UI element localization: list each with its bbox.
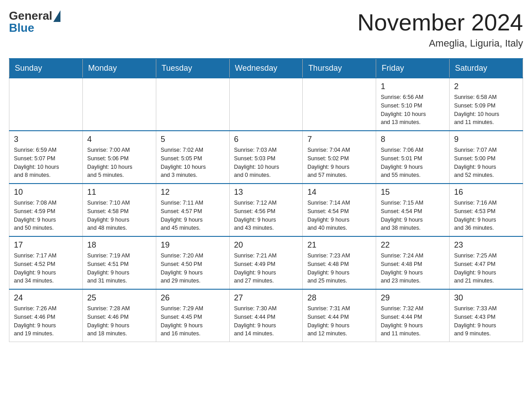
calendar-cell <box>156 78 229 131</box>
day-info: Sunrise: 7:19 AM Sunset: 4:51 PM Dayligh… <box>87 252 151 285</box>
day-number: 22 <box>381 240 445 250</box>
weekday-header-row: SundayMondayTuesdayWednesdayThursdayFrid… <box>9 59 523 78</box>
calendar-cell: 12Sunrise: 7:11 AM Sunset: 4:57 PM Dayli… <box>156 184 229 236</box>
day-number: 10 <box>14 188 78 197</box>
calendar-subtitle: Ameglia, Liguria, Italy <box>357 38 523 49</box>
calendar-cell: 23Sunrise: 7:25 AM Sunset: 4:47 PM Dayli… <box>450 236 523 289</box>
day-info: Sunrise: 7:32 AM Sunset: 4:44 PM Dayligh… <box>381 304 445 338</box>
calendar-week-5: 24Sunrise: 7:26 AM Sunset: 4:46 PM Dayli… <box>9 289 523 342</box>
calendar-week-4: 17Sunrise: 7:17 AM Sunset: 4:52 PM Dayli… <box>9 236 523 289</box>
day-info: Sunrise: 6:56 AM Sunset: 5:10 PM Dayligh… <box>381 93 445 127</box>
calendar-cell: 27Sunrise: 7:30 AM Sunset: 4:44 PM Dayli… <box>229 289 303 342</box>
day-number: 18 <box>87 240 151 250</box>
day-number: 1 <box>381 82 445 91</box>
day-number: 17 <box>14 240 78 250</box>
weekday-header-saturday: Saturday <box>450 59 523 78</box>
day-info: Sunrise: 6:58 AM Sunset: 5:09 PM Dayligh… <box>454 93 518 127</box>
day-info: Sunrise: 7:07 AM Sunset: 5:00 PM Dayligh… <box>454 146 518 180</box>
calendar-cell: 19Sunrise: 7:20 AM Sunset: 4:50 PM Dayli… <box>156 236 229 289</box>
weekday-header-friday: Friday <box>376 59 450 78</box>
calendar-cell: 17Sunrise: 7:17 AM Sunset: 4:52 PM Dayli… <box>9 236 83 289</box>
day-info: Sunrise: 7:15 AM Sunset: 4:54 PM Dayligh… <box>381 199 445 232</box>
calendar-cell: 5Sunrise: 7:02 AM Sunset: 5:05 PM Daylig… <box>156 131 229 184</box>
day-info: Sunrise: 6:59 AM Sunset: 5:07 PM Dayligh… <box>14 146 78 180</box>
day-number: 11 <box>87 188 151 197</box>
calendar-cell: 18Sunrise: 7:19 AM Sunset: 4:51 PM Dayli… <box>82 236 156 289</box>
calendar-cell: 2Sunrise: 6:58 AM Sunset: 5:09 PM Daylig… <box>450 78 523 131</box>
calendar-cell: 9Sunrise: 7:07 AM Sunset: 5:00 PM Daylig… <box>450 131 523 184</box>
day-info: Sunrise: 7:02 AM Sunset: 5:05 PM Dayligh… <box>161 146 225 180</box>
day-number: 14 <box>307 188 371 197</box>
calendar-cell: 26Sunrise: 7:29 AM Sunset: 4:45 PM Dayli… <box>156 289 229 342</box>
calendar-cell: 24Sunrise: 7:26 AM Sunset: 4:46 PM Dayli… <box>9 289 83 342</box>
calendar-cell: 14Sunrise: 7:14 AM Sunset: 4:54 PM Dayli… <box>303 184 376 236</box>
day-info: Sunrise: 7:03 AM Sunset: 5:03 PM Dayligh… <box>234 146 298 180</box>
day-number: 24 <box>14 293 78 303</box>
day-info: Sunrise: 7:20 AM Sunset: 4:50 PM Dayligh… <box>161 252 225 285</box>
day-number: 21 <box>307 240 371 250</box>
calendar-cell: 22Sunrise: 7:24 AM Sunset: 4:48 PM Dayli… <box>376 236 450 289</box>
day-info: Sunrise: 7:29 AM Sunset: 4:45 PM Dayligh… <box>161 304 225 338</box>
calendar-title: November 2024 <box>357 9 523 36</box>
logo: General Blue <box>9 9 60 35</box>
day-info: Sunrise: 7:21 AM Sunset: 4:49 PM Dayligh… <box>234 252 298 285</box>
day-number: 9 <box>454 135 518 144</box>
day-info: Sunrise: 7:23 AM Sunset: 4:48 PM Dayligh… <box>307 252 371 285</box>
day-number: 5 <box>161 135 225 144</box>
day-info: Sunrise: 7:16 AM Sunset: 4:53 PM Dayligh… <box>454 199 518 232</box>
calendar-cell: 15Sunrise: 7:15 AM Sunset: 4:54 PM Dayli… <box>376 184 450 236</box>
calendar-week-2: 3Sunrise: 6:59 AM Sunset: 5:07 PM Daylig… <box>9 131 523 184</box>
calendar-cell: 1Sunrise: 6:56 AM Sunset: 5:10 PM Daylig… <box>376 78 450 131</box>
weekday-header-tuesday: Tuesday <box>156 59 229 78</box>
calendar-cell: 8Sunrise: 7:06 AM Sunset: 5:01 PM Daylig… <box>376 131 450 184</box>
day-info: Sunrise: 7:00 AM Sunset: 5:06 PM Dayligh… <box>87 146 151 180</box>
calendar-cell: 3Sunrise: 6:59 AM Sunset: 5:07 PM Daylig… <box>9 131 83 184</box>
day-number: 23 <box>454 240 518 250</box>
calendar-cell: 10Sunrise: 7:08 AM Sunset: 4:59 PM Dayli… <box>9 184 83 236</box>
day-number: 13 <box>234 188 298 197</box>
calendar-cell: 16Sunrise: 7:16 AM Sunset: 4:53 PM Dayli… <box>450 184 523 236</box>
day-number: 28 <box>307 293 371 303</box>
day-number: 26 <box>161 293 225 303</box>
day-info: Sunrise: 7:17 AM Sunset: 4:52 PM Dayligh… <box>14 252 78 285</box>
day-info: Sunrise: 7:31 AM Sunset: 4:44 PM Dayligh… <box>307 304 371 338</box>
day-number: 3 <box>14 135 78 144</box>
calendar-week-1: 1Sunrise: 6:56 AM Sunset: 5:10 PM Daylig… <box>9 78 523 131</box>
calendar-cell: 28Sunrise: 7:31 AM Sunset: 4:44 PM Dayli… <box>303 289 376 342</box>
day-info: Sunrise: 7:14 AM Sunset: 4:54 PM Dayligh… <box>307 199 371 232</box>
weekday-header-thursday: Thursday <box>303 59 376 78</box>
day-info: Sunrise: 7:28 AM Sunset: 4:46 PM Dayligh… <box>87 304 151 338</box>
day-info: Sunrise: 7:08 AM Sunset: 4:59 PM Dayligh… <box>14 199 78 232</box>
calendar-cell: 30Sunrise: 7:33 AM Sunset: 4:43 PM Dayli… <box>450 289 523 342</box>
day-info: Sunrise: 7:26 AM Sunset: 4:46 PM Dayligh… <box>14 304 78 338</box>
logo-triangle-icon <box>53 10 60 22</box>
title-section: November 2024 Ameglia, Liguria, Italy <box>357 9 523 49</box>
day-info: Sunrise: 7:11 AM Sunset: 4:57 PM Dayligh… <box>161 199 225 232</box>
logo-blue-text: Blue <box>9 21 60 35</box>
day-number: 8 <box>381 135 445 144</box>
day-info: Sunrise: 7:30 AM Sunset: 4:44 PM Dayligh… <box>234 304 298 338</box>
calendar-cell: 29Sunrise: 7:32 AM Sunset: 4:44 PM Dayli… <box>376 289 450 342</box>
calendar-cell: 11Sunrise: 7:10 AM Sunset: 4:58 PM Dayli… <box>82 184 156 236</box>
page-header: General Blue November 2024 Ameglia, Ligu… <box>9 9 523 49</box>
day-info: Sunrise: 7:33 AM Sunset: 4:43 PM Dayligh… <box>454 304 518 338</box>
day-number: 20 <box>234 240 298 250</box>
day-number: 12 <box>161 188 225 197</box>
day-number: 19 <box>161 240 225 250</box>
day-info: Sunrise: 7:12 AM Sunset: 4:56 PM Dayligh… <box>234 199 298 232</box>
day-info: Sunrise: 7:06 AM Sunset: 5:01 PM Dayligh… <box>381 146 445 180</box>
day-number: 16 <box>454 188 518 197</box>
weekday-header-monday: Monday <box>82 59 156 78</box>
weekday-header-sunday: Sunday <box>9 59 83 78</box>
day-number: 6 <box>234 135 298 144</box>
day-info: Sunrise: 7:10 AM Sunset: 4:58 PM Dayligh… <box>87 199 151 232</box>
calendar-cell: 20Sunrise: 7:21 AM Sunset: 4:49 PM Dayli… <box>229 236 303 289</box>
calendar-cell <box>82 78 156 131</box>
weekday-header-wednesday: Wednesday <box>229 59 303 78</box>
day-info: Sunrise: 7:04 AM Sunset: 5:02 PM Dayligh… <box>307 146 371 180</box>
calendar-table: SundayMondayTuesdayWednesdayThursdayFrid… <box>9 58 523 342</box>
day-number: 7 <box>307 135 371 144</box>
day-number: 25 <box>87 293 151 303</box>
calendar-cell: 25Sunrise: 7:28 AM Sunset: 4:46 PM Dayli… <box>82 289 156 342</box>
calendar-cell <box>303 78 376 131</box>
